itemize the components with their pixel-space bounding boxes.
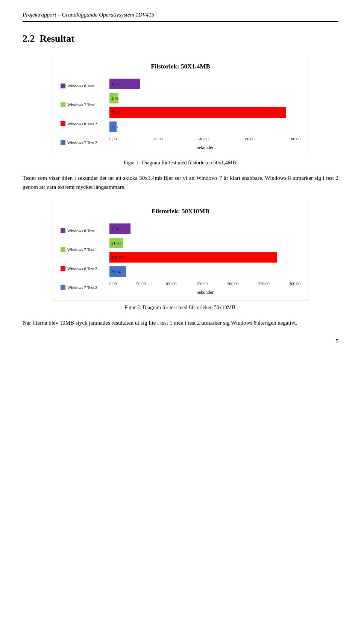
bar-row-1: 3,75 bbox=[109, 92, 300, 104]
legend-label-2: Windows 8 Test 2 bbox=[67, 122, 97, 126]
chart2-legend-label-2: Windows 8 Test 2 bbox=[67, 266, 97, 271]
legend-item-3: Windows 7 Test 2 bbox=[61, 140, 106, 145]
chart2-bar-label-3: 26,24 bbox=[111, 269, 121, 274]
chart2-bar-label-0: 33,19 bbox=[111, 226, 121, 231]
section-title: 2.2 Resultat bbox=[23, 33, 74, 44]
page-number: 5 bbox=[23, 339, 338, 345]
chart2-legend-label-3: Windows 7 Test 2 bbox=[67, 285, 97, 290]
legend-color-3 bbox=[61, 140, 65, 145]
header-title: Projektrapport – Grundläggande Operativs… bbox=[23, 12, 154, 18]
bar-label-1: 3,75 bbox=[111, 96, 118, 100]
paragraph2: När filerna blev 10MB styck jämnades res… bbox=[23, 318, 338, 327]
chart2-legend-item-3: Windows 7 Test 2 bbox=[61, 285, 106, 290]
chart2-xlabel: Sekunder bbox=[109, 290, 300, 295]
bar-row-2: 73,89 bbox=[109, 106, 300, 118]
bar-label-0: 12,75 bbox=[111, 82, 121, 86]
chart2-bar-label-1: 21,60 bbox=[111, 241, 121, 245]
chart2-bar-0: 33,19 bbox=[109, 223, 130, 234]
legend-color-0 bbox=[61, 84, 65, 88]
chart2-legend-item-0: Windows 8 Test 1 bbox=[61, 228, 106, 233]
chart2-bar-label-2: 263,03 bbox=[111, 255, 123, 260]
chart2-legend-label-0: Windows 8 Test 1 bbox=[67, 228, 97, 233]
legend-label-3: Windows 7 Test 2 bbox=[67, 140, 97, 145]
chart1-bars: 12,75 3,75 73,89 2,97 0,00 2 bbox=[109, 76, 300, 152]
legend-item-0: Windows 8 Test 1 bbox=[61, 84, 106, 88]
chart1-container: Filstorlek: 50X1,4MB Windows 8 Test 1 Wi… bbox=[53, 55, 308, 156]
chart1-title: Filstorlek: 50X1,4MB bbox=[61, 63, 300, 70]
bar-label-2: 73,89 bbox=[111, 110, 121, 115]
chart1-caption: Figur 1: Diagram för test med filstorlek… bbox=[23, 160, 338, 166]
chart2-legend-color-1 bbox=[61, 247, 65, 252]
paragraph1: Testet som visar tiden i sekunder det ta… bbox=[23, 173, 338, 191]
chart2-legend-label-1: Windows 7 Test 1 bbox=[67, 247, 97, 252]
section-heading: 2.2 Resultat bbox=[23, 33, 338, 44]
chart2-xaxis: 0,00 50,00 100,00 150,00 200,00 250,00 3… bbox=[109, 281, 300, 286]
chart2-bars: 33,19 21,60 263,03 26,24 0,00 bbox=[109, 221, 300, 297]
chart2-legend-color-3 bbox=[61, 285, 65, 290]
bar-3: 2,97 bbox=[109, 122, 117, 132]
bar-1: 3,75 bbox=[109, 93, 118, 103]
chart2-legend-color-0 bbox=[61, 228, 65, 233]
chart2-legend: Windows 8 Test 1 Windows 7 Test 1 Window… bbox=[61, 221, 109, 297]
bar-row-3: 2,97 bbox=[109, 121, 300, 133]
chart2-bar-3: 26,24 bbox=[109, 266, 126, 277]
chart2-bar-row-0: 33,19 bbox=[109, 223, 300, 235]
chart2-container: Filstorlek: 50X10MB Windows 8 Test 1 Win… bbox=[53, 200, 308, 301]
chart2-bar-row-3: 26,24 bbox=[109, 266, 300, 278]
bar-2: 73,89 bbox=[109, 107, 286, 118]
chart2-title: Filstorlek: 50X10MB bbox=[61, 208, 300, 215]
chart1-xlabel: Sekunder bbox=[109, 145, 300, 150]
legend-item-1: Windows 7 Test 1 bbox=[61, 102, 106, 107]
chart2-caption: Figur 2: Diagram för test med filstorlek… bbox=[23, 305, 338, 311]
legend-color-2 bbox=[61, 121, 65, 126]
chart1-legend: Windows 8 Test 1 Windows 7 Test 1 Window… bbox=[61, 76, 109, 152]
chart2-bar-row-1: 21,60 bbox=[109, 237, 300, 249]
chart1-body: Windows 8 Test 1 Windows 7 Test 1 Window… bbox=[61, 76, 300, 152]
legend-label-1: Windows 7 Test 1 bbox=[67, 102, 97, 107]
bar-0: 12,75 bbox=[109, 79, 140, 89]
bar-label-3: 2,97 bbox=[111, 125, 118, 129]
chart2-legend-item-2: Windows 8 Test 2 bbox=[61, 266, 106, 271]
chart2-body: Windows 8 Test 1 Windows 7 Test 1 Window… bbox=[61, 221, 300, 297]
legend-label-0: Windows 8 Test 1 bbox=[67, 84, 97, 88]
legend-item-2: Windows 8 Test 2 bbox=[61, 121, 106, 126]
chart2-bar-1: 21,60 bbox=[109, 238, 123, 248]
chart2-bar-row-2: 263,03 bbox=[109, 251, 300, 263]
legend-color-1 bbox=[61, 102, 65, 107]
bar-row-0: 12,75 bbox=[109, 78, 300, 90]
chart1-xaxis: 0,00 20,00 40,00 60,00 80,00 bbox=[109, 137, 300, 141]
chart2-legend-item-1: Windows 7 Test 1 bbox=[61, 247, 106, 252]
chart2-legend-color-2 bbox=[61, 266, 65, 271]
chart2-bar-2: 263,03 bbox=[109, 252, 277, 263]
page-header: Projektrapport – Grundläggande Operativs… bbox=[23, 11, 338, 22]
